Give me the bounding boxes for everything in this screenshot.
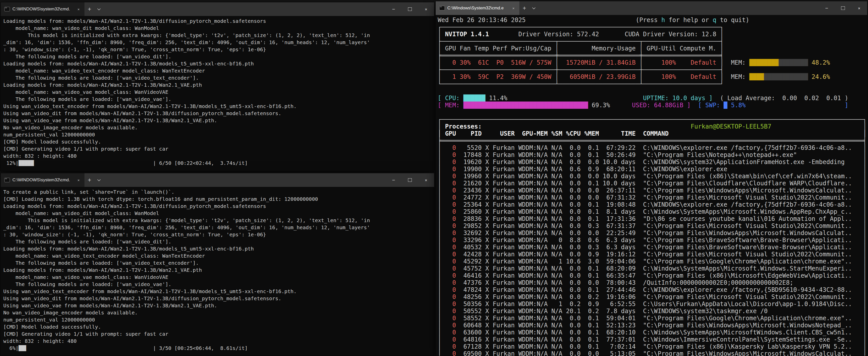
terminal-line: 12%|█████ | 6/50 [00:22<02:44, 3.74s/it] [3, 160, 434, 167]
close-button[interactable]: × [418, 2, 434, 16]
terminal-line: The following models are loaded: ['wan_v… [3, 281, 434, 288]
process-row: │ 0 19960 X Furkan WDDM:N/A N/A 0.0 0.0 … [438, 173, 867, 180]
terminal-line: ┌───────────────────────────────────────… [438, 24, 867, 31]
new-tab-button[interactable]: + [85, 2, 94, 16]
terminal-output[interactable]: To create a public link, set `share=True… [1, 187, 434, 356]
terminal-line: The following models are loaded: ['wan_v… [3, 238, 434, 245]
process-row: │ 0 45752 X Furkan WDDM:N/A N/A 0.0 0.1 … [438, 265, 867, 272]
process-row: │ 0 42428 X Furkan WDDM:N/A N/A 0.0 0.9 … [438, 251, 867, 258]
process-row: │ 0 60648 X Furkan WDDM:N/A N/A 0.0 0.1 … [438, 322, 867, 329]
process-row: │ 0 5520 X Furkan WDDM:N/A N/A 0.0 0.1 6… [438, 144, 867, 151]
process-row: │ 0 50356 X Furkan WDDM:N/A 1 0.2 0.9 6:… [438, 300, 867, 308]
close-button[interactable]: × [851, 1, 867, 15]
process-row: │ 0 19900 X Furkan WDDM:N/A N/A 0.6 0.9 … [438, 166, 867, 173]
process-row: │ 0 21620 X Furkan WDDM:N/A N/A 0.0 0.1 … [438, 180, 867, 187]
process-row: │ 0 47376 X Furkan WDDM:N/A N/A 0.0 0.0 … [438, 279, 867, 286]
terminal-line: Loading models from: models/Wan-AI/Wan2.… [3, 245, 434, 252]
terminal-line: Wed Feb 26 20:13:46 2025 (Press h for he… [438, 17, 867, 24]
terminal-line: │ GPU Fan Temp Perf Pwr:Usg/Cap │ Memory… [438, 45, 867, 52]
new-tab-button[interactable]: + [519, 1, 529, 15]
tab-title: C:\WINDOWS\system32\cmd. [12, 177, 73, 183]
terminal-line: width: 832 : height: 480 [3, 152, 434, 160]
terminal-line: │ 1 30% 59C P2 369W / 450W │ 6050MiB / 2… [438, 73, 867, 80]
maximize-button[interactable] [402, 173, 418, 187]
titlebar[interactable]: C:\WINDOWS\system32\cmd. × + ─ × [1, 2, 434, 16]
terminal-line: width: 832 : height: 480 [3, 337, 434, 345]
terminal-line: Loading models from: models/Wan-AI/Wan2.… [3, 266, 434, 273]
terminal-line: : 30, 'window_size': (-1, -1), 'qk_norm'… [3, 231, 434, 238]
process-row: │ 0 47824 X Furkan WDDM:N/A N/A 0.0 0.1 … [438, 286, 867, 293]
terminal-line: This model is initialized with extra kwa… [3, 217, 434, 224]
minimize-button[interactable]: ─ [385, 2, 402, 16]
process-row: │ 0 32692 X Furkan WDDM:N/A N/A 0.0 0.0 … [438, 229, 867, 236]
process-row: │ 0 64816 X Furkan WDDM:N/A N/A 0.0 0.1 … [438, 336, 867, 343]
process-row: │ 0 24772 X Furkan WDDM:N/A N/A 0.0 0.0 … [438, 194, 867, 201]
maximize-button[interactable] [402, 2, 418, 16]
minimize-button[interactable]: ─ [818, 1, 835, 15]
terminal-line: model_name: wan_video_vae model_class: W… [3, 273, 434, 281]
cmd-icon [439, 6, 445, 10]
terminal-line: model_name: wan_video_text_encoder model… [3, 252, 434, 259]
terminal-line: ┌───────────────────────────────────────… [438, 116, 867, 123]
terminal-output[interactable]: Wed Feb 26 20:13:46 2025 (Press h for he… [436, 15, 867, 356]
process-row: │ 0 28836 X Furkan WDDM:N/A N/A 0.0 0.1 … [438, 215, 867, 222]
terminal-line: : 30, 'window_size': (-1, -1), 'qk_norm'… [3, 46, 434, 53]
terminal-line: To create a public link, set `share=True… [3, 188, 434, 195]
close-button[interactable]: × [418, 173, 434, 187]
terminal-line: [CMD] Generating video 1/1 with prompt: … [3, 145, 434, 152]
nvitop-process-list: │ 0 5520 X Furkan WDDM:N/A N/A 0.0 0.1 6… [438, 144, 867, 356]
new-tab-button[interactable]: + [85, 173, 94, 187]
terminal-tab[interactable]: C:\WINDOWS\system32\cmd. × [1, 2, 85, 16]
tab-dropdown-button[interactable] [94, 2, 103, 16]
terminal-line: The following models are loaded: ['wan_v… [3, 74, 434, 82]
titlebar[interactable]: C:\WINDOWS\system32\cmd. × + ─ × [1, 173, 434, 187]
terminal-line: ╞═══════════════════════════════════════… [438, 137, 867, 144]
terminal-line: The following models are loaded: ['wan_v… [3, 53, 434, 60]
chevron-down-icon [97, 8, 101, 10]
process-row: │ 0 58552 X Furkan WDDM:N/A N/A 0.0 0.1 … [438, 315, 867, 322]
terminal-line: [CMD] Model loaded successfully. [3, 138, 434, 145]
terminal-line: Using wan_video_vae from models/Wan-AI/W… [3, 117, 434, 124]
process-row: │ 0 25860 X Furkan WDDM:N/A N/A 0.0 0.1 … [438, 208, 867, 215]
terminal-line: [ MEM: █████████████████████████████████… [438, 102, 867, 109]
maximize-icon [408, 7, 412, 11]
tab-close-icon[interactable]: × [76, 177, 81, 183]
titlebar-drag-area[interactable] [538, 1, 818, 15]
terminal-line: Loading models from: models/Wan-AI/Wan2.… [3, 203, 434, 210]
terminal-line: Using wan_video_text_encoder from models… [3, 103, 434, 110]
titlebar-drag-area[interactable] [103, 173, 385, 187]
process-row: │ 0 67128 X Furkan WDDM:N/A N/A 0.0 0.1 … [438, 343, 867, 350]
terminal-tab[interactable]: C:\Windows\System32\cmd.e × [436, 1, 519, 15]
process-row: │ 0 46416 X Furkan WDDM:N/A N/A 0.0 0.1 … [438, 272, 867, 279]
terminal-line: Using wan_video_dit from models/Wan-AI/W… [3, 110, 434, 117]
minimize-button[interactable]: ─ [385, 173, 402, 187]
tab-dropdown-button[interactable] [529, 1, 538, 15]
process-row: │ 0 33296 X Furkan WDDM:N/A 0 8.8 0.6 6.… [438, 236, 867, 244]
process-row: │ 0 63600 X Furkan WDDM:N/A N/A 0.0 0.1 … [438, 329, 867, 336]
titlebar[interactable]: C:\Windows\System32\cmd.e × + ─ × [436, 1, 867, 15]
terminal-line: The following models are loaded: ['wan_v… [3, 96, 434, 103]
terminal-window-bottom-left: C:\WINDOWS\system32\cmd. × + ─ × To crea… [1, 173, 434, 356]
terminal-window-nvitop: C:\Windows\System32\cmd.e × + ─ × Wed Fe… [435, 1, 867, 356]
tab-close-icon[interactable]: × [76, 7, 81, 12]
terminal-line: Loading models from: models/Wan-AI/Wan2.… [3, 60, 434, 67]
terminal-output[interactable]: Loading models from: models/Wan-AI/Wan2.… [1, 16, 434, 171]
terminal-line: Using wan_video_text_encoder from models… [3, 288, 434, 295]
terminal-line: [CMD] Model loaded successfully. [3, 323, 434, 330]
terminal-line [438, 109, 867, 116]
terminal-line: ├───────────────────────────────┼───────… [438, 66, 867, 73]
titlebar-drag-area[interactable] [103, 2, 385, 16]
maximize-button[interactable] [835, 1, 851, 15]
process-row: │ 0 48256 X Furkan WDDM:N/A N/A 0.0 0.2 … [438, 293, 867, 300]
tab-close-icon[interactable]: × [511, 6, 516, 11]
terminal-line: ├───────────────────────────────┬───────… [438, 38, 867, 45]
chevron-down-icon [97, 179, 101, 181]
terminal-line: _dim': 16, 'dim': 1536, 'ffn_dim': 8960,… [3, 224, 434, 231]
terminal-line: The following models are loaded: ['wan_v… [3, 259, 434, 266]
process-row: │ 0 40532 X Furkan WDDM:N/A N/A 0.0 0.3 … [438, 244, 867, 251]
terminal-tab[interactable]: C:\WINDOWS\system32\cmd. × [1, 173, 85, 187]
terminal-line: └───────────────────────────────┴───────… [438, 80, 867, 88]
tab-title: C:\WINDOWS\system32\cmd. [12, 7, 73, 12]
tab-dropdown-button[interactable] [94, 173, 103, 187]
terminal-line: 6%|██▌ | 3/50 [00:25<06:44, 8.61s/it] [3, 345, 434, 352]
